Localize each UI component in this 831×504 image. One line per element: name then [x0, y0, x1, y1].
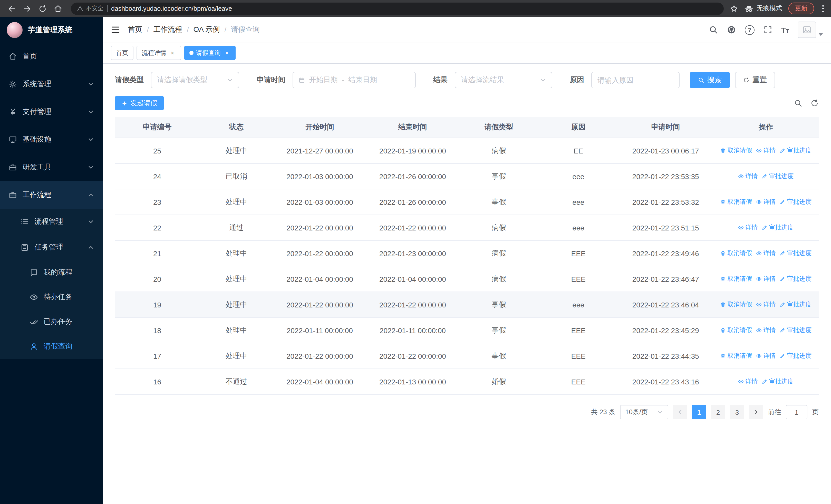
browser-forward-button[interactable] [21, 2, 34, 15]
browser-update-button[interactable]: 更新 [789, 3, 814, 14]
github-icon[interactable] [726, 25, 736, 34]
action-detail-link[interactable]: 详情 [756, 146, 776, 155]
create-leave-button[interactable]: 发起请假 [115, 96, 164, 110]
table-row[interactable]: 16 不通过 2022-01-04 00:00:00 2022-01-13 00… [115, 369, 819, 394]
detail-icon [756, 276, 762, 282]
cell-apply-time: 2022-01-22 23:46:47 [618, 266, 713, 292]
sidebar-item-done-tasks[interactable]: 已办任务 [0, 309, 103, 334]
page-size-select[interactable]: 10条/页 [620, 405, 668, 419]
sidebar-item-workflow[interactable]: 工作流程 [0, 181, 103, 209]
table-row[interactable]: 18 处理中 2022-01-11 00:00:00 2022-01-11 00… [115, 318, 819, 343]
table-row[interactable]: 25 处理中 2021-12-27 00:00:00 2022-01-19 00… [115, 138, 819, 164]
breadcrumb-item[interactable]: OA 示例 [194, 25, 220, 34]
sidebar-collapse-icon[interactable] [111, 25, 120, 34]
sidebar-item-infrastructure[interactable]: 基础设施 [0, 126, 103, 153]
page-button-2[interactable]: 2 [711, 405, 725, 419]
sidebar-item-todo-tasks[interactable]: 待办任务 [0, 285, 103, 309]
leave-type-select[interactable]: 请选择请假类型 [151, 72, 239, 88]
page-button-3[interactable]: 3 [730, 405, 744, 419]
sidebar-item-task-management[interactable]: 任务管理 [0, 235, 103, 260]
action-cancel-link[interactable]: 取消请假 [720, 249, 752, 258]
sidebar-item-leave-query[interactable]: 请假查询 [0, 334, 103, 359]
tab-process-detail[interactable]: 流程详情 × [137, 46, 181, 60]
search-button[interactable]: 搜索 [690, 72, 730, 88]
close-icon[interactable]: × [169, 49, 176, 56]
action-detail-link[interactable]: 详情 [738, 172, 757, 181]
address-bar[interactable]: 不安全 dashboard.yudao.iocoder.cn/bpm/oa/le… [71, 2, 724, 14]
cell-start-time: 2022-01-04 00:00:00 [273, 369, 366, 394]
action-progress-link[interactable]: 审批进度 [762, 377, 794, 386]
action-progress-link[interactable]: 审批进度 [780, 198, 811, 206]
action-progress-link[interactable]: 审批进度 [762, 223, 794, 232]
browser-refresh-button[interactable] [36, 2, 49, 15]
prev-page-button[interactable] [673, 405, 687, 419]
next-page-button[interactable] [749, 405, 763, 419]
action-detail-link[interactable]: 详情 [738, 377, 757, 386]
security-indicator[interactable]: 不安全 [77, 5, 104, 12]
help-icon[interactable]: ? [745, 25, 754, 35]
table-row[interactable]: 22 通过 2022-01-22 00:00:00 2022-01-22 00:… [115, 215, 819, 240]
action-progress-link[interactable]: 审批进度 [780, 300, 811, 309]
action-cancel-link[interactable]: 取消请假 [720, 146, 752, 155]
sidebar-item-dev-tools[interactable]: 研发工具 [0, 153, 103, 181]
table-row[interactable]: 21 处理中 2022-01-22 00:00:00 2022-01-23 00… [115, 240, 819, 266]
tab-leave-query[interactable]: 请假查询 × [184, 46, 236, 60]
page-button-1[interactable]: 1 [692, 405, 706, 419]
action-detail-link[interactable]: 详情 [756, 326, 776, 335]
action-detail-link[interactable]: 详情 [756, 300, 776, 309]
table-row[interactable]: 20 处理中 2022-01-04 00:00:00 2022-01-04 00… [115, 266, 819, 292]
browser-back-button[interactable] [5, 2, 19, 15]
fullscreen-icon[interactable] [763, 25, 772, 34]
table-row[interactable]: 23 处理中 2022-01-03 00:00:00 2022-01-26 00… [115, 189, 819, 215]
action-cancel-link[interactable]: 取消请假 [720, 326, 752, 335]
goto-page-input[interactable] [786, 405, 807, 419]
action-cancel-link[interactable]: 取消请假 [720, 274, 752, 283]
action-progress-link[interactable]: 审批进度 [780, 146, 811, 155]
sidebar-item-system-management[interactable]: 系统管理 [0, 70, 103, 98]
action-detail-link[interactable]: 详情 [756, 274, 776, 283]
action-detail-link[interactable]: 详情 [756, 249, 776, 258]
progress-icon [780, 199, 785, 205]
app-logo[interactable]: 芋道管理系统 [0, 17, 103, 42]
cell-actions: 详情审批进度 [713, 215, 819, 240]
cell-start-time: 2022-01-11 00:00:00 [273, 318, 366, 343]
action-detail-link[interactable]: 详情 [738, 223, 757, 232]
action-progress-link[interactable]: 审批进度 [780, 326, 811, 335]
sidebar-item-home[interactable]: 首页 [0, 42, 103, 70]
sidebar-item-my-processes[interactable]: 我的流程 [0, 260, 103, 285]
breadcrumb-item[interactable]: 工作流程 [153, 25, 182, 34]
tab-home[interactable]: 首页 [111, 46, 134, 60]
action-progress-link[interactable]: 审批进度 [780, 249, 811, 258]
action-cancel-link[interactable]: 取消请假 [720, 352, 752, 360]
reset-button[interactable]: 重置 [735, 72, 775, 88]
action-progress-link[interactable]: 审批进度 [780, 352, 811, 360]
action-cancel-link[interactable]: 取消请假 [720, 198, 752, 206]
browser-menu-icon[interactable] [820, 3, 826, 14]
toggle-search-icon[interactable] [794, 99, 802, 107]
refresh-table-icon[interactable] [810, 99, 819, 107]
action-detail-link[interactable]: 详情 [756, 352, 776, 360]
action-progress-link[interactable]: 审批进度 [762, 172, 794, 181]
action-detail-link[interactable]: 详情 [756, 198, 776, 206]
table-row[interactable]: 19 处理中 2022-01-22 00:00:00 2022-01-22 00… [115, 292, 819, 318]
action-progress-link[interactable]: 审批进度 [780, 274, 811, 283]
apply-time-range-picker[interactable]: 开始日期 - 结束日期 [292, 72, 416, 88]
chevron-down-icon [227, 77, 233, 83]
sidebar-item-process-management[interactable]: 流程管理 [0, 209, 103, 235]
reason-input[interactable] [591, 72, 680, 88]
sidebar-item-payment-management[interactable]: 支付管理 [0, 98, 103, 126]
incognito-icon [744, 4, 753, 13]
sidebar-item-label: 基础设施 [23, 135, 51, 144]
table-row[interactable]: 24 已取消 2022-01-03 00:00:00 2022-01-26 00… [115, 164, 819, 189]
bookmark-star-icon[interactable] [730, 4, 738, 12]
action-cancel-link[interactable]: 取消请假 [720, 300, 752, 309]
browser-home-button[interactable] [51, 2, 65, 15]
font-size-icon[interactable]: TT [781, 25, 789, 34]
progress-icon [762, 379, 767, 384]
result-select[interactable]: 请选择流结果 [455, 72, 552, 88]
close-icon[interactable]: × [223, 49, 230, 56]
breadcrumb-item[interactable]: 首页 [128, 25, 142, 34]
user-avatar-menu[interactable] [798, 22, 823, 38]
table-row[interactable]: 17 处理中 2022-01-22 00:00:00 2022-01-22 00… [115, 343, 819, 369]
search-icon[interactable] [709, 25, 718, 34]
